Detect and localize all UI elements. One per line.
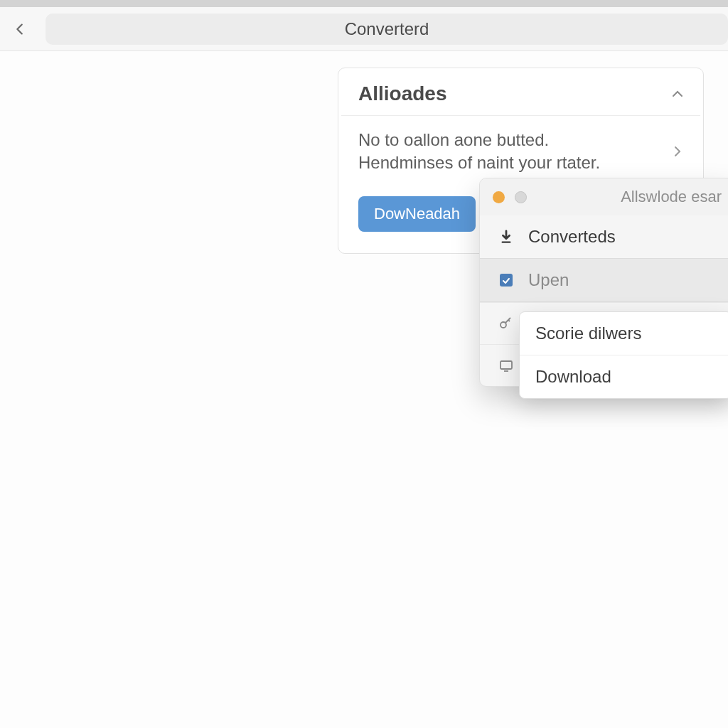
card-description: No to oallon aone butted. Hendminses of … bbox=[358, 129, 600, 175]
svg-rect-3 bbox=[500, 361, 512, 369]
svg-rect-0 bbox=[502, 241, 511, 242]
collapse-icon[interactable] bbox=[669, 85, 686, 102]
svg-rect-1 bbox=[500, 274, 513, 287]
context-submenu: Scorie dilwers Download bbox=[519, 311, 728, 399]
card-line-1: No to oallon aone butted. bbox=[358, 129, 600, 151]
window-controls bbox=[493, 191, 527, 203]
address-bar[interactable]: Converterd bbox=[46, 14, 728, 45]
submenu-item-scorie[interactable]: Scorie dilwers bbox=[520, 312, 728, 355]
window-titlebar bbox=[0, 0, 728, 7]
back-button[interactable] bbox=[3, 12, 37, 46]
traffic-dot-close[interactable] bbox=[493, 191, 505, 203]
popover-title: Allswlode esar bbox=[621, 188, 722, 206]
address-text: Converterd bbox=[345, 19, 429, 39]
card-title: Allioades bbox=[358, 82, 446, 105]
app-box-icon bbox=[497, 271, 515, 289]
back-chevron-icon bbox=[12, 21, 28, 37]
device-icon bbox=[497, 356, 515, 375]
traffic-dot-min[interactable] bbox=[515, 191, 527, 203]
card-line-2: Hendminses of naint your rtater. bbox=[358, 151, 600, 174]
download-button[interactable]: DowNeadah bbox=[358, 196, 476, 232]
popover-row-label: Upen bbox=[528, 270, 569, 290]
svg-point-2 bbox=[500, 322, 506, 328]
browser-toolbar: Converterd bbox=[0, 7, 728, 51]
popover-row-label: Converteds bbox=[528, 227, 616, 247]
popover-header: Allswlode esar bbox=[480, 178, 728, 215]
popover-row-converteds[interactable]: Converteds bbox=[480, 215, 728, 258]
key-icon bbox=[497, 314, 515, 333]
chevron-right-icon[interactable] bbox=[669, 143, 686, 160]
download-arrow-icon bbox=[497, 228, 515, 246]
submenu-item-download[interactable]: Download bbox=[520, 355, 728, 398]
popover-row-upen[interactable]: Upen bbox=[480, 258, 728, 302]
